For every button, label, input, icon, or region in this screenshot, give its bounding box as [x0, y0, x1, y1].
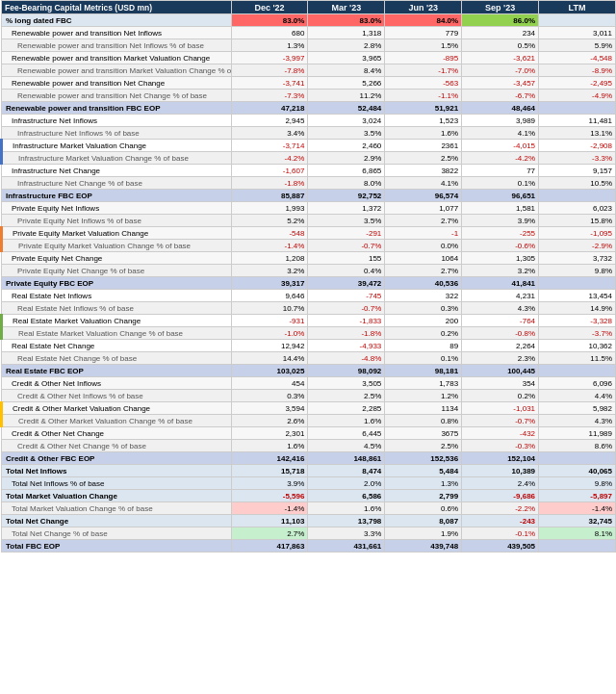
row-value: 14.9% [539, 302, 616, 315]
row-value: -432 [462, 427, 539, 440]
table-row: Credit & Other Market Valuation Change3,… [2, 402, 616, 415]
table-row: Total Net Inflows15,7188,4745,48410,3894… [2, 465, 616, 477]
row-value: 1,523 [385, 115, 462, 127]
row-label: Renewable power and transition Market Va… [2, 52, 232, 64]
row-value: 2361 [385, 140, 462, 152]
row-value: -931 [231, 315, 308, 327]
row-value: 2.7% [231, 527, 308, 540]
row-value: 0.4% [308, 265, 385, 277]
row-value: 1.6% [231, 440, 308, 452]
table-row: Real Estate Market Valuation Change-931-… [2, 315, 616, 327]
row-value: 2.7% [385, 265, 462, 277]
row-value: -0.7% [308, 240, 385, 252]
table-row: Real Estate Net Inflows % of base10.7%-0… [2, 302, 616, 315]
table-row: Infrastructure FBC EOP85,88792,75296,574… [2, 190, 616, 202]
table-row: Credit & Other Net Change2,3016,4453675-… [2, 427, 616, 440]
row-value: 2.9% [308, 152, 385, 165]
row-value: 0.6% [385, 502, 462, 515]
col-header-metric: Fee-Bearing Capital Metrics (USD mn) [2, 1, 232, 14]
row-value: 100,445 [462, 365, 539, 377]
row-value: 4,231 [462, 290, 539, 302]
table-row: Total Net Change11,10313,7988,087-24332,… [2, 515, 616, 527]
col-header-jun23: Jun '23 [385, 1, 462, 14]
row-value: 2,285 [308, 402, 385, 415]
row-value: 1,318 [308, 27, 385, 39]
row-label: Real Estate Market Valuation Change [2, 315, 232, 327]
row-value: 5.2% [231, 215, 308, 227]
table-row: Renewable power and transition FBC EOP47… [2, 102, 616, 115]
row-value: 3.9% [231, 477, 308, 490]
row-value: 3.5% [308, 215, 385, 227]
row-label: Credit & Other Net Change % of base [2, 440, 232, 452]
row-value: 9.8% [539, 265, 616, 277]
row-value: -2,495 [539, 77, 616, 90]
table-row: Private Equity Net Inflows % of base5.2%… [2, 215, 616, 227]
row-value: -1,833 [308, 315, 385, 327]
row-label: Real Estate Net Change % of base [2, 352, 232, 365]
row-value: -0.8% [462, 327, 539, 340]
table-row: Infrastructure Net Inflows2,9453,0241,52… [2, 115, 616, 127]
row-value: 4.1% [385, 177, 462, 190]
row-value: 5,484 [385, 465, 462, 477]
row-value: 39,472 [308, 277, 385, 290]
row-value: 2,264 [462, 340, 539, 352]
row-value: 0.1% [385, 352, 462, 365]
row-value: 439,505 [462, 540, 539, 553]
row-value: -291 [308, 227, 385, 240]
row-value: -9,686 [462, 490, 539, 502]
row-value: 83.0% [231, 14, 308, 27]
row-label: Infrastructure Net Change [2, 165, 232, 177]
row-value: 6,865 [308, 165, 385, 177]
row-value: 2.3% [462, 352, 539, 365]
row-value: 8.4% [308, 64, 385, 77]
row-value: 4.3% [539, 415, 616, 427]
row-value: 1,372 [308, 202, 385, 215]
row-value: 3,594 [231, 402, 308, 415]
row-value: 9,646 [231, 290, 308, 302]
row-value: 1.5% [385, 39, 462, 52]
row-value: -8.9% [539, 64, 616, 77]
table-row: Total Net Inflows % of base3.9%2.0%1.3%2… [2, 477, 616, 490]
row-value: 40,065 [539, 465, 616, 477]
row-value: 1.9% [385, 527, 462, 540]
row-value: 1.6% [308, 502, 385, 515]
row-value: 8.0% [308, 177, 385, 190]
row-label: Private Equity Net Inflows [2, 202, 232, 215]
row-value: 322 [385, 290, 462, 302]
row-value: -4.8% [308, 352, 385, 365]
row-value: -3,741 [231, 77, 308, 90]
row-value: 47,218 [231, 102, 308, 115]
table-container: Fee-Bearing Capital Metrics (USD mn) Dec… [0, 0, 616, 553]
row-value: 0.1% [462, 177, 539, 190]
table-row: Total Net Change % of base2.7%3.3%1.9%-0… [2, 527, 616, 540]
row-value: 4.3% [462, 302, 539, 315]
row-label: Infrastructure Net Inflows % of base [2, 127, 232, 140]
row-value: 39,317 [231, 277, 308, 290]
table-row: Infrastructure Net Inflows % of base3.4%… [2, 127, 616, 140]
row-label: Credit & Other Market Valuation Change [2, 402, 232, 415]
row-label: Private Equity Market Valuation Change [2, 227, 232, 240]
row-value: 1,993 [231, 202, 308, 215]
table-row: Private Equity Net Inflows1,9931,3721,07… [2, 202, 616, 215]
row-value: -5,596 [231, 490, 308, 502]
row-value: 148,861 [308, 452, 385, 465]
row-value: 77 [462, 165, 539, 177]
metrics-table: Fee-Bearing Capital Metrics (USD mn) Dec… [0, 0, 616, 553]
row-value: -4,015 [462, 140, 539, 152]
row-value: -1.0% [231, 327, 308, 340]
row-value: 431,661 [308, 540, 385, 553]
row-value: -1,607 [231, 165, 308, 177]
row-label: Renewable power and transition Net Chang… [2, 90, 232, 102]
row-label: Private Equity Net Change [2, 252, 232, 265]
row-value: -3,621 [462, 52, 539, 64]
row-value: 5,982 [539, 402, 616, 415]
row-label: Credit & Other Net Change [2, 427, 232, 440]
row-value: 2.7% [385, 215, 462, 227]
row-value: 8.6% [539, 440, 616, 452]
row-label: Renewable power and transition Net Chang… [2, 77, 232, 90]
table-row: Renewable power and transition Net Chang… [2, 77, 616, 90]
row-label: Infrastructure Net Inflows [2, 115, 232, 127]
table-row: % long dated FBC83.0%83.0%84.0%86.0% [2, 14, 616, 27]
table-row: Renewable power and transition Market Va… [2, 64, 616, 77]
row-label: Real Estate FBC EOP [2, 365, 232, 377]
